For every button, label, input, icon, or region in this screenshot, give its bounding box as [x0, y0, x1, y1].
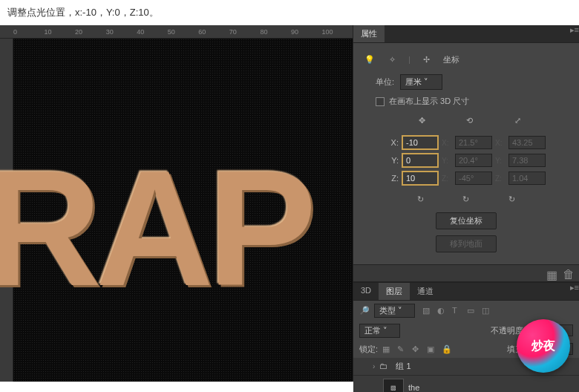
y-scale-input[interactable] [508, 154, 546, 167]
light-icon[interactable]: 💡 [364, 53, 376, 65]
tab-layers[interactable]: 图层 [379, 283, 410, 300]
coords-label: 坐标 [443, 54, 459, 65]
tab-properties[interactable]: 属性 [353, 25, 385, 42]
x-scale-input[interactable] [508, 136, 546, 149]
folder-icon: 🗀 [379, 362, 391, 372]
properties-tabs: 属性 ▸≡ [353, 25, 579, 43]
ruler-horizontal: 0102030405060708090100 [0, 25, 353, 39]
mesh-icon[interactable]: ✧ [386, 53, 398, 65]
properties-panel: 属性 ▸≡ 💡 ✧ | ✢ 坐标 单位: 厘米 ˅ 在画布上显示 3D 尺寸 [353, 25, 579, 281]
filter-adjust-icon[interactable]: ◐ [437, 306, 448, 316]
reset-move-icon[interactable]: ↻ [413, 192, 428, 206]
photoshop-app: 0102030405060708090100 RAP 属性 ▸≡ 💡 ✧ | ✢… [0, 25, 579, 382]
unit-label: 单位: [376, 76, 394, 88]
canvas-area: 0102030405060708090100 RAP [0, 25, 353, 382]
filter-type-select[interactable]: 类型 ˅ [374, 304, 415, 318]
z-input[interactable] [402, 171, 439, 186]
blend-mode-select[interactable]: 正常 ˅ [359, 324, 400, 338]
lock-artboard-icon[interactable]: ▣ [427, 344, 437, 355]
scale-icon[interactable]: ⤢ [511, 113, 526, 128]
layer-the[interactable]: ▨ the [353, 376, 579, 392]
lock-icon[interactable]: 🔒 [442, 344, 452, 355]
y-input[interactable] [402, 153, 439, 168]
move-icon[interactable]: ✥ [414, 113, 429, 128]
watermark-badge: 炒夜 [517, 319, 570, 373]
z-rot-input[interactable] [455, 172, 492, 185]
filter-smart-icon[interactable]: ◫ [482, 306, 492, 316]
filter-search-icon[interactable]: 🔎 [359, 306, 370, 316]
reset-rotate-icon[interactable]: ↻ [459, 192, 474, 206]
coords-icon[interactable]: ✢ [421, 53, 433, 65]
layer-thumb: ▨ [383, 379, 404, 392]
filter-shape-icon[interactable]: ▭ [467, 306, 477, 316]
unit-select[interactable]: 厘米 ˅ [400, 74, 442, 90]
y-rot-input[interactable] [455, 154, 492, 167]
layer-name[interactable]: 组 1 [396, 361, 410, 372]
x-input[interactable] [402, 135, 439, 150]
lock-all-icon[interactable]: ▦ [382, 344, 393, 355]
right-panels: 属性 ▸≡ 💡 ✧ | ✢ 坐标 单位: 厘米 ˅ 在画布上显示 3D 尺寸 [353, 25, 579, 382]
instruction-text: 调整点光位置，x:-10，Y:0，Z:10。 [0, 0, 579, 25]
x-rot-input[interactable] [455, 136, 492, 149]
reset-scale-icon[interactable]: ↻ [504, 192, 519, 206]
layers-menu-icon[interactable]: ▸≡ [570, 283, 579, 300]
rotate-icon[interactable]: ⟲ [462, 113, 477, 128]
trash-icon[interactable]: 🗑 [563, 268, 573, 278]
reset-coords-button[interactable]: 复位坐标 [436, 212, 497, 229]
show-3d-checkbox[interactable] [376, 97, 385, 106]
z-scale-input[interactable] [508, 172, 546, 185]
show-3d-label: 在画布上显示 3D 尺寸 [389, 96, 469, 107]
filter-type-icon[interactable]: T [452, 306, 462, 316]
panel-menu-icon[interactable]: ▸≡ [570, 25, 579, 42]
canvas[interactable]: RAP [13, 39, 353, 382]
layer-name[interactable]: the [408, 383, 419, 392]
move-to-ground-button[interactable]: 移到地面 [436, 235, 497, 252]
z-label: Z: [387, 174, 399, 183]
3d-text-rap[interactable]: RAP [0, 135, 311, 323]
render-icon[interactable]: ▦ [546, 268, 557, 278]
filter-pixel-icon[interactable]: ▧ [422, 306, 433, 316]
tab-channels[interactable]: 通道 [410, 283, 441, 300]
lock-pos-icon[interactable]: ✥ [412, 344, 422, 355]
y-label: Y: [387, 156, 399, 165]
property-mode-icons: 💡 ✧ | ✢ 坐标 [361, 49, 572, 70]
chevron-right-icon[interactable]: › [373, 362, 375, 370]
lock-pixel-icon[interactable]: ✎ [397, 344, 408, 355]
lock-label: 锁定: [359, 344, 378, 355]
tab-3d[interactable]: 3D [353, 283, 379, 300]
x-label: X: [387, 138, 399, 147]
